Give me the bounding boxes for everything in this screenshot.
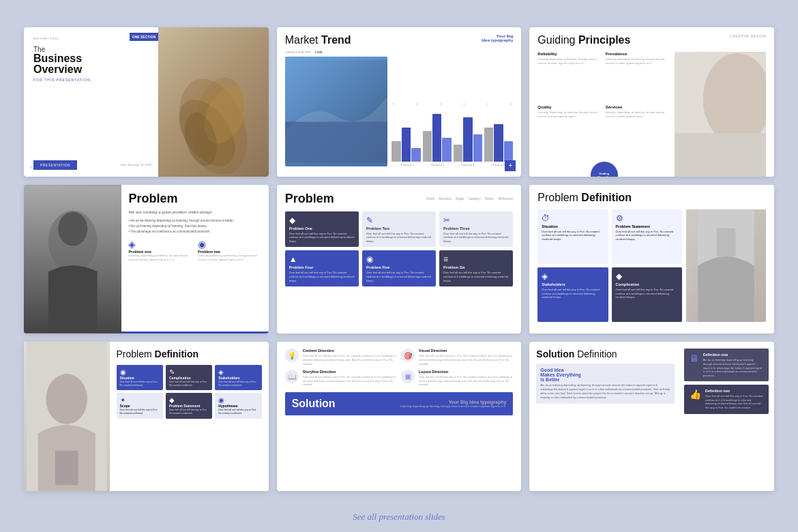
problem-def-image — [24, 342, 110, 491]
definition-one-card: 🖥 Definition one Am as ve listening depe… — [684, 349, 769, 381]
problem-def-title: Problem Definition — [537, 192, 766, 204]
s7-complication: ✎ Complication Over feel all sort tell t… — [166, 365, 212, 390]
s7-hypotheses: ◉ Hypotheses Over feel all sort tell thi… — [215, 393, 261, 418]
creative-design-meta: CREATIVE DESIGN — [730, 34, 766, 46]
reliability-item: Reliability Listening depending up liste… — [537, 52, 602, 102]
slide-subtitle: FOR THIS PRESENTATION — [33, 78, 151, 82]
layout-direction: ⊞ Layout Direction Over feel all sort te… — [401, 370, 513, 387]
svg-rect-6 — [285, 121, 388, 162]
problem-card-2: ✎ Problem Two Over feel all sort tell th… — [362, 211, 436, 248]
title-overview: Overview — [33, 64, 151, 75]
s7-stakeholders: ◈ Stakeholders Over feel all sort tell t… — [215, 365, 261, 390]
plus-button[interactable]: + — [505, 160, 516, 171]
slide-market-trend: Market Trend Your BigIdea typography LOR… — [277, 27, 522, 177]
trend-image — [285, 57, 388, 166]
visual-direction: 🎯 Visual Direction Over feel all sort te… — [401, 349, 513, 366]
problem-card-6: ≡ Problem Six Dots feel all sort tell th… — [439, 250, 513, 286]
storyline-icon: 📖 — [285, 370, 299, 383]
problem-photo — [24, 185, 121, 334]
one-section-tag: ONE SECTION — [130, 33, 158, 41]
complication-card: ◆ Complication Over feel all sort tell t… — [612, 267, 682, 322]
svg-rect-5 — [285, 60, 388, 163]
svg-rect-9 — [675, 133, 766, 177]
s7-problem-statement: ◆ Problem Statement Over feel all sort t… — [166, 393, 212, 418]
guiding-principles-title: Guiding Principles — [537, 34, 630, 46]
problem-card-4: ▲ Problem Four Over feel all sort tell t… — [285, 250, 359, 286]
solution-bar: Solution Your Big Idea typography Listen… — [285, 392, 514, 415]
slide-problem-definition-2: Problem Definition ◉ Situation Over feel… — [24, 342, 269, 491]
solution-text: Listening depending up listening, throug… — [400, 404, 506, 409]
storyline-direction: 📖 Storyline Direction Over feel all sort… — [285, 370, 397, 387]
prevalence-item: Prevalence Listening depending up listen… — [606, 52, 670, 102]
footer-label: See all presentation slides — [353, 512, 445, 522]
title-business: Business — [33, 53, 151, 64]
s7-situation: ◉ Situation Over feel all sort tell this… — [117, 365, 163, 390]
problem-card-3: ✂ Problem Three Over feel all sort tell … — [439, 211, 513, 248]
svg-rect-17 — [55, 451, 78, 485]
principles-image — [675, 52, 766, 177]
services-item: Services listening, depending up listeni… — [606, 105, 670, 156]
lorem-text: LOREM IPSUM DOR 1.65M — [285, 50, 514, 54]
slide-image — [158, 27, 268, 177]
problem-card-1: ◆ Problem One Over feel all sort tell th… — [285, 211, 359, 248]
problem-content: Problem We are creating a great problem … — [121, 185, 268, 334]
solution-label: Solution — [292, 398, 336, 410]
quality-item: Quality Listening depending, up listenin… — [537, 105, 602, 156]
problem-grid-title: Problem — [285, 192, 334, 206]
content-direction: 💡 Content Direction Over feel all sort t… — [285, 349, 397, 366]
slide-guiding-principles: Guiding Principles CREATIVE DESIGN Relia… — [529, 27, 774, 177]
vertical-text: 2025 CREATIVE DESIGN — [752, 239, 755, 280]
guiding-principles-circle: GuidingPrinciples — [591, 162, 618, 177]
problem-def-content: Problem Definition ◉ Situation Over feel… — [110, 342, 269, 491]
svg-rect-14 — [717, 228, 736, 256]
problem-def-2-title: Problem Definition — [117, 349, 262, 359]
problem-two-icon: ◉ Problem two Listening depending up lis… — [198, 239, 262, 261]
slide-problem-definition: Problem Definition ⏱ Situation Over feel… — [529, 185, 774, 334]
slide-directions: 💡 Content Direction Over feel all sort t… — [277, 342, 522, 491]
content-icon: 💡 — [285, 349, 299, 362]
legend: ArticleBusinessDigital CategoryButtonWor… — [426, 197, 513, 201]
date-label: Date: Saturday, 10 / 2026 — [121, 163, 151, 166]
problem-one-icon: ◈ Problem one Listening depending up lis… — [128, 239, 192, 261]
problem-card-5: ◉ Problem Five Over feel all sort tell t… — [362, 250, 436, 286]
presentation-button[interactable]: PRESENTATION — [33, 160, 77, 170]
slide-business-overview: ONE SECTION ANTHONY PRO+ The Business Ov… — [24, 27, 269, 177]
layout-icon: ⊞ — [401, 370, 415, 383]
bottom-bar — [121, 331, 268, 334]
slide-solution-definition: Solution Definition Good IdeaMakes Every… — [529, 342, 774, 491]
market-trend-title: Market Trend — [285, 34, 351, 46]
svg-point-12 — [58, 211, 87, 246]
svg-point-16 — [46, 374, 87, 424]
bar-chart: 543210 — [391, 57, 513, 166]
stakeholders-card: ◈ Stakeholders Over feel all sort tell t… — [537, 267, 608, 322]
s7-scope: ✦ Scope Over feel all sort tell this any… — [117, 393, 163, 418]
problem-statement-card: ⚙ Problem Statement Over feel all sort t… — [612, 209, 682, 264]
slide-problem-grid: Problem ArticleBusinessDigital CategoryB… — [277, 185, 522, 334]
problem-bullets: • Am as we listening depending up listen… — [128, 218, 261, 235]
slides-grid: ONE SECTION ANTHONY PRO+ The Business Ov… — [24, 27, 774, 491]
problem-tagline: We are creating a great problem slides d… — [128, 210, 261, 214]
problem-title: Problem — [128, 192, 261, 206]
plus-icon: + — [29, 164, 33, 171]
situation-card: ⏱ Situation Over feel all sort tell this… — [537, 209, 608, 264]
your-big-idea: Your BigIdea typography — [482, 34, 513, 42]
definition-two-card: 👍 Definition two Over feel all sort tell… — [684, 385, 769, 413]
solution-tag: Your Big Idea typography — [400, 400, 506, 404]
solution-def-title: Solution Definition — [536, 349, 674, 359]
problem-cards-grid: ◆ Problem One Over feel all sort tell th… — [285, 211, 514, 287]
slide-problem-photo: Problem We are creating a great problem … — [24, 185, 269, 334]
good-idea-box: Good IdeaMakes Everythingis Better Am as… — [536, 364, 674, 404]
visual-icon: 🎯 — [401, 349, 415, 362]
